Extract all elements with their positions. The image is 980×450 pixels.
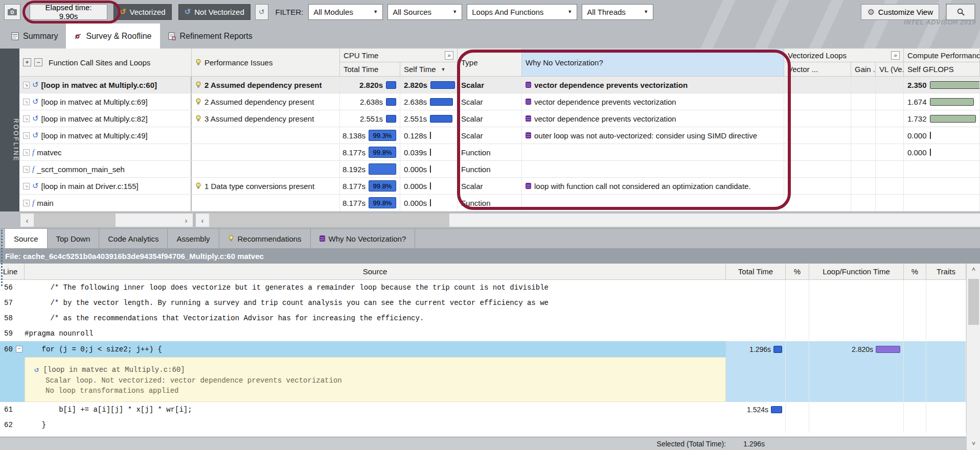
selected-total-time-value: 1.296s (743, 440, 765, 448)
snapshot-button[interactable] (4, 4, 20, 20)
reset-filter-button[interactable]: ↺ (255, 4, 268, 20)
scrollbar-thumb[interactable] (968, 279, 979, 325)
column-header-gain[interactable]: Gain ... (851, 62, 876, 77)
function-name: [loop in main at Driver.c:155] (41, 182, 139, 191)
source-row[interactable]: 58 /* as the recommendations that Vector… (0, 311, 980, 326)
source-vscrollbar[interactable]: ˄ ˅ (966, 264, 980, 450)
line-number: 60 (4, 345, 13, 353)
expand-all-button[interactable]: + (23, 58, 31, 66)
not-vectorized-loop-icon: ↺ (185, 7, 191, 16)
column-header-compute-performance[interactable]: Compute Performanc (904, 49, 980, 62)
issues-column-label: Performance Issues (204, 58, 272, 67)
source-column-header[interactable]: Source (25, 264, 726, 280)
sort-descending-icon: ▼ (441, 67, 446, 72)
expand-row-icon[interactable]: ↘ (23, 149, 30, 156)
expand-row-icon[interactable]: ↘ (23, 132, 30, 139)
survey-roofline-icon (74, 32, 82, 40)
lightbulb-icon (195, 182, 201, 190)
collapse-block-icon[interactable]: − (16, 346, 22, 352)
tab-source[interactable]: Source (5, 229, 48, 248)
total-time-percent-bar: 99.8% (369, 197, 396, 208)
loop-function-time-column-header[interactable]: Loop/Function Time (809, 264, 904, 280)
column-header-total-time[interactable]: Total Time (340, 62, 400, 77)
scroll-left-icon[interactable]: ‹ (196, 216, 209, 225)
column-header-self-time[interactable]: Self Time ▼ (400, 62, 458, 77)
percent-column-header[interactable]: % (786, 264, 809, 280)
expand-row-icon[interactable]: ↘ (23, 183, 30, 190)
traits-column-header[interactable]: Traits (926, 264, 966, 280)
vl-column-label: VL (Ve... (879, 65, 904, 74)
customize-view-button[interactable]: ⚙ Customize View (861, 4, 939, 20)
column-header-cpu-time[interactable]: CPU Time » (340, 49, 458, 62)
code-text: b[i] += a[i][j] * x[j] * wr[i]; (25, 402, 726, 417)
expand-row-icon[interactable]: ↘ (23, 82, 30, 88)
collapse-all-button[interactable]: − (34, 58, 42, 66)
expand-columns-icon[interactable]: » (445, 51, 453, 60)
source-row[interactable]: 59 #pragma nounroll (0, 326, 980, 341)
source-row[interactable]: 61 b[i] += a[i][j] * x[j] * wr[i]; 1.524… (0, 402, 980, 417)
self-time-bar (430, 98, 453, 106)
roofline-vertical-tab[interactable]: ROOFLINE (0, 49, 19, 228)
not-vectorized-filter-button[interactable]: ↺ Not Vectorized (178, 4, 250, 20)
sources-filter-dropdown[interactable]: All Sources ▼ (388, 4, 462, 20)
modules-filter-dropdown[interactable]: All Modules ▼ (308, 4, 383, 20)
source-row[interactable]: 57 /* by the vector length. By running a… (0, 295, 980, 311)
tab-refinement-reports[interactable]: Refinement Reports (160, 23, 261, 49)
total-time-value: 2.820s (359, 81, 383, 89)
column-header-function[interactable]: + − Function Call Sites and Loops (19, 49, 192, 77)
tab-code-analytics-label: Code Analytics (108, 234, 158, 243)
source-row-selected[interactable]: 60− for (j = 0;j < size2; j++) { 1.296s … (0, 341, 980, 357)
source-row[interactable]: 62 } (0, 417, 980, 433)
source-row[interactable]: 56 /* The following inner loop does vect… (0, 280, 980, 295)
tab-why-no-vectorization[interactable]: Why No Vectorization? (311, 229, 416, 248)
file-path-bar: File: cache_6c4c5251b0a403916b3de94354f9… (0, 248, 980, 264)
scrollbar-thumb[interactable] (34, 214, 116, 227)
total-time-value: 8.177s (343, 148, 366, 157)
total-time-value: 1.296s (749, 345, 771, 353)
expand-row-icon[interactable]: ↘ (23, 99, 30, 105)
right-pane-hscrollbar[interactable]: ‹ (196, 214, 980, 227)
line-column-header[interactable]: Line (0, 264, 25, 280)
threads-filter-dropdown[interactable]: All Threads ▼ (582, 4, 653, 20)
scroll-left-icon[interactable]: ‹ (20, 216, 34, 225)
search-icon (957, 8, 965, 16)
pane-splitter-grip[interactable] (1, 230, 3, 286)
left-pane-hscrollbar[interactable]: ‹ › (20, 214, 193, 227)
loops-functions-filter-dropdown[interactable]: Loops And Functions ▼ (467, 4, 577, 20)
search-button[interactable] (946, 4, 975, 20)
tab-survey-roofline-label: Survey & Roofline (86, 32, 151, 41)
refinement-doc-icon (168, 32, 176, 40)
tab-code-analytics[interactable]: Code Analytics (99, 229, 168, 248)
scroll-down-icon[interactable]: ˅ (967, 438, 980, 450)
vectorized-filter-button[interactable]: ↺ Vectorized (113, 4, 172, 20)
scroll-right-icon[interactable]: › (179, 216, 193, 225)
loop-icon: ↺ (32, 97, 39, 106)
issue-text: 3 Assumed dependency present (204, 114, 314, 123)
detail-tab-strip: Source Top Down Code Analytics Assembly … (0, 228, 980, 248)
tab-recommendations[interactable]: Recommendations (219, 229, 311, 248)
tab-assembly[interactable]: Assembly (168, 229, 219, 248)
column-header-vl[interactable]: VL (Ve... (876, 62, 904, 77)
column-header-self-gflops[interactable]: Self GFLOPS (904, 62, 980, 77)
tab-survey-roofline[interactable]: Survey & Roofline (66, 23, 159, 49)
column-header-vectorized-loops[interactable]: Vectorized Loops » (784, 49, 904, 62)
loop-icon: ↺ (32, 114, 39, 123)
total-time-column-header[interactable]: Total Time (726, 264, 786, 280)
expand-row-icon[interactable]: ↘ (23, 200, 30, 206)
percent2-column-header[interactable]: % (904, 264, 926, 280)
function-icon: f (32, 199, 34, 207)
sources-filter-value: All Sources (393, 8, 431, 16)
refresh-icon: ↺ (259, 8, 265, 16)
tab-top-down[interactable]: Top Down (48, 229, 100, 248)
scroll-up-icon[interactable]: ˄ (967, 264, 980, 276)
total-time-value: 1.524s (747, 406, 768, 414)
column-header-issues[interactable]: Performance Issues (192, 49, 340, 77)
expand-row-icon[interactable]: ↘ (23, 115, 30, 122)
total-time-bar (386, 81, 396, 89)
scrollbar-thumb[interactable] (209, 214, 449, 227)
tab-summary[interactable]: Summary (3, 23, 66, 49)
why-no-vectorization-highlight-annotation (457, 50, 791, 210)
expand-columns-icon[interactable]: » (891, 51, 900, 60)
expand-row-icon[interactable]: ↘ (23, 166, 30, 173)
column-header-vector[interactable]: Vector ... (784, 62, 851, 77)
